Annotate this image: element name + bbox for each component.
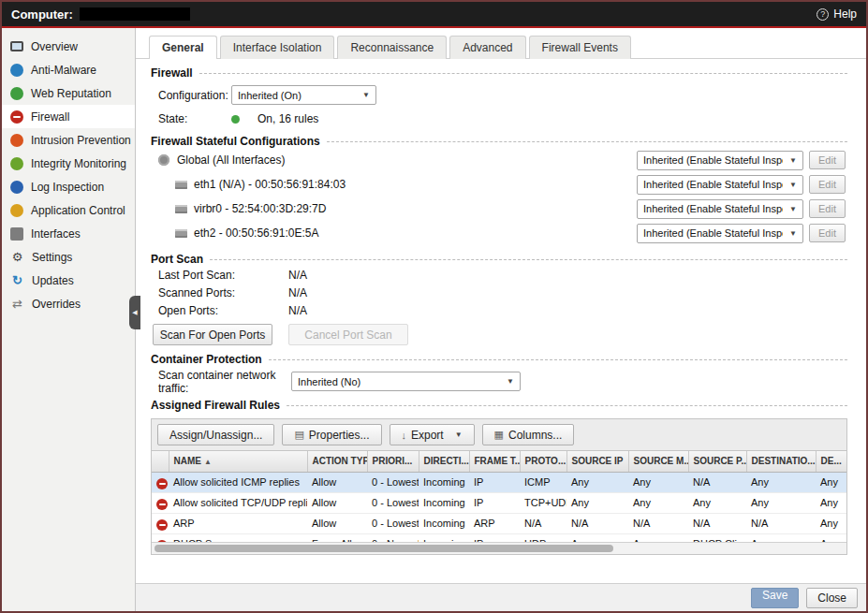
edit-button-eth1[interactable]: Edit (809, 175, 846, 194)
tab-advanced[interactable]: Advanced (449, 36, 525, 59)
help-label: Help (833, 7, 857, 21)
sidebar-collapse-handle[interactable]: ◀ (129, 296, 140, 329)
table-row[interactable]: ARPAllow 0 - LowestIncoming ARPN/A N/AN/… (152, 513, 846, 533)
sidebar-item-log-inspection[interactable]: Log Inspection (2, 175, 135, 198)
firewall-section-title: Firewall (151, 66, 847, 80)
column-header-direction[interactable]: DIRECTI... (419, 451, 469, 472)
cancel-port-scan-button: Cancel Port Scan (288, 324, 408, 345)
help-button[interactable]: ? Help (817, 7, 857, 21)
footer-bar: Save Close (136, 583, 866, 611)
sidebar-item-label: Updates (32, 274, 74, 287)
stateful-dropdown-value: Inherited (Enable Stateful Inspection (643, 154, 783, 166)
open-ports-label: Open Ports: (158, 304, 288, 317)
stateful-dropdown-eth1[interactable]: Inherited (Enable Stateful Inspection ▼ (637, 175, 803, 195)
section-title-text: Container Protection (151, 353, 262, 366)
stateful-row-virbr0: virbr0 - 52:54:00:3D:29:7D Inherited (En… (158, 197, 847, 221)
column-header-name[interactable]: NAME▲ (169, 451, 307, 472)
export-button[interactable]: ↓ Export ▼ (390, 424, 475, 445)
tab-reconnaissance[interactable]: Reconnaissance (337, 36, 447, 59)
scrollbar-thumb[interactable] (154, 545, 613, 552)
stateful-dropdown-global[interactable]: Inherited (Enable Stateful Inspection ▼ (637, 151, 803, 170)
column-header-source-ip[interactable]: SOURCE IP (566, 451, 628, 472)
assigned-rules-section-title: Assigned Firewall Rules (151, 399, 847, 412)
sidebar-item-web-reputation[interactable]: Web Reputation (2, 81, 135, 105)
column-header-destination[interactable]: DESTINATIO... (746, 451, 816, 472)
save-button[interactable]: Save (751, 588, 799, 608)
sidebar-item-integrity-monitoring[interactable]: Integrity Monitoring (2, 152, 135, 175)
column-header-source-mac[interactable]: SOURCE M... (628, 451, 688, 472)
scan-for-open-ports-button[interactable]: Scan For Open Ports (153, 324, 272, 345)
table-row[interactable]: DHCP ServerForce Allow 0 - NormalIncomin… (152, 533, 846, 542)
chevron-down-icon: ▼ (789, 156, 797, 165)
properties-button[interactable]: ▤ Properties... (282, 424, 381, 445)
button-label: Export (411, 429, 444, 442)
help-icon: ? (817, 8, 829, 21)
tab-label: Reconnaissance (350, 41, 434, 54)
state-on-indicator (231, 115, 240, 124)
last-port-scan-label: Last Port Scan: (158, 269, 288, 282)
chevron-left-icon: ◀ (132, 309, 137, 316)
column-header-frame-type[interactable]: FRAME T... (469, 451, 520, 472)
chevron-down-icon: ▼ (789, 229, 797, 238)
window-title: Computer: (11, 7, 73, 22)
last-port-scan-value: N/A (288, 269, 307, 282)
sidebar-item-label: Intrusion Prevention (31, 134, 131, 147)
firewall-rule-icon (156, 478, 168, 489)
computer-details-window: Computer: ? Help Overview Anti-Malware W… (0, 0, 868, 613)
sidebar-item-anti-malware[interactable]: Anti-Malware (2, 58, 135, 81)
web-reputation-icon (10, 87, 23, 100)
rules-horizontal-scrollbar[interactable] (152, 542, 846, 554)
sidebar-item-overview[interactable]: Overview (2, 35, 135, 58)
column-header-protocol[interactable]: PROTO... (520, 451, 566, 472)
column-header-de[interactable]: DE... (816, 451, 846, 472)
section-title-text: Assigned Firewall Rules (151, 399, 280, 412)
network-interface-icon (175, 205, 187, 213)
stateful-dropdown-virbr0[interactable]: Inherited (Enable Stateful Inspection ▼ (637, 199, 803, 219)
sidebar-item-application-control[interactable]: Application Control (2, 198, 135, 222)
port-scan-section-title: Port Scan (151, 253, 847, 266)
interfaces-icon (10, 227, 23, 241)
container-traffic-label: Scan container network traffic: (158, 369, 291, 395)
stateful-row-label: virbr0 - 52:54:00:3D:29:7D (194, 202, 326, 215)
sidebar-item-label: Web Reputation (31, 87, 111, 100)
sidebar-item-firewall[interactable]: Firewall (2, 105, 135, 128)
rules-toolbar: Assign/Unassign... ▤ Properties... ↓ Exp… (152, 419, 846, 451)
tab-firewall-events[interactable]: Firewall Events (529, 36, 631, 59)
firewall-icon (10, 110, 23, 124)
sidebar-item-updates[interactable]: ↻ Updates (2, 269, 135, 292)
table-row[interactable]: Allow solicited ICMP repliesAllow 0 - Lo… (152, 472, 846, 492)
global-interfaces-icon (158, 154, 169, 166)
columns-icon: ▦ (494, 429, 504, 441)
container-traffic-dropdown[interactable]: Inherited (No) ▼ (291, 372, 521, 391)
stateful-dropdown-value: Inherited (Enable Stateful Inspection (643, 227, 783, 239)
column-header-icon (152, 451, 169, 472)
stateful-dropdown-eth2[interactable]: Inherited (Enable Stateful Inspection ▼ (637, 224, 803, 243)
overview-icon (10, 41, 23, 51)
sidebar-item-interfaces[interactable]: Interfaces (2, 222, 135, 245)
stateful-section-title: Firewall Stateful Configurations (151, 135, 847, 148)
sidebar-item-intrusion-prevention[interactable]: Intrusion Prevention (2, 128, 135, 152)
assign-unassign-button[interactable]: Assign/Unassign... (157, 424, 274, 445)
firewall-rule-icon (156, 519, 168, 531)
edit-button-eth2[interactable]: Edit (809, 224, 846, 242)
close-button[interactable]: Close (806, 588, 858, 608)
redacted-hostname (80, 7, 190, 21)
edit-button-global[interactable]: Edit (809, 151, 846, 169)
sidebar-item-label: Integrity Monitoring (31, 157, 126, 170)
column-label: NAME (174, 456, 201, 466)
open-ports-value: N/A (288, 304, 307, 317)
tab-general[interactable]: General (149, 36, 217, 59)
columns-button[interactable]: ▦ Columns... (482, 424, 575, 445)
sidebar-item-label: Overview (31, 40, 78, 53)
configuration-dropdown[interactable]: Inherited (On) ▼ (231, 85, 376, 105)
sidebar-item-overrides[interactable]: ⇄ Overrides (2, 292, 135, 315)
tab-interface-isolation[interactable]: Interface Isolation (220, 36, 335, 59)
sort-asc-icon: ▲ (204, 458, 212, 466)
column-header-source-port[interactable]: SOURCE P... (688, 451, 746, 472)
column-header-priority[interactable]: PRIORI... (367, 451, 419, 472)
edit-button-virbr0[interactable]: Edit (809, 199, 846, 218)
column-header-action-type[interactable]: ACTION TYP... (307, 451, 367, 472)
export-icon: ↓ (402, 430, 407, 441)
sidebar-item-settings[interactable]: ⚙ Settings (2, 245, 135, 269)
table-row[interactable]: Allow solicited TCP/UDP repliesAllow 0 -… (152, 492, 846, 513)
